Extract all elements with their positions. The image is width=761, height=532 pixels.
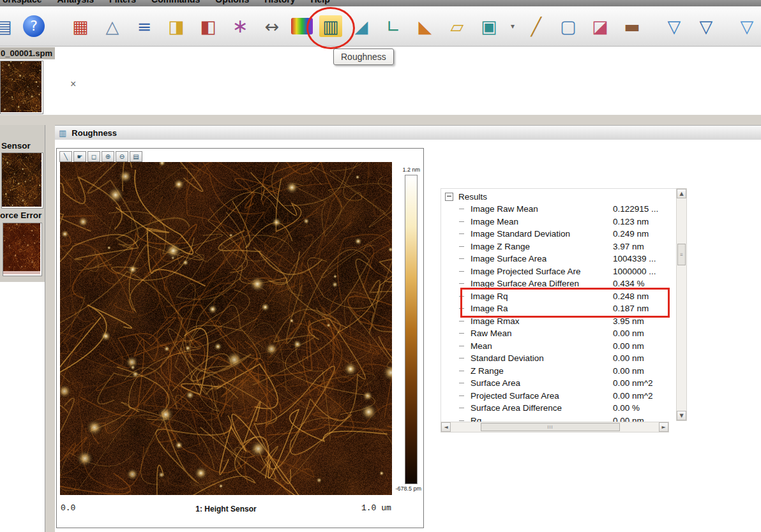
ramp-icon[interactable]: ◣ bbox=[412, 13, 438, 39]
result-row[interactable]: Image Raw Mean0.122915 ... bbox=[444, 203, 674, 216]
color-scale-bar bbox=[405, 175, 418, 484]
zoom-box-button[interactable]: ◻ bbox=[87, 151, 100, 162]
roughness-window-titlebar[interactable]: ▥ Roughness bbox=[55, 125, 761, 140]
channel-label: 1: Height Sensor bbox=[57, 505, 395, 514]
particle-analysis-icon[interactable]: ▦ bbox=[68, 13, 93, 39]
width-measure-icon[interactable]: ↔ bbox=[259, 13, 285, 39]
tree-branch-tick bbox=[459, 408, 464, 408]
afm-height-image[interactable] bbox=[60, 162, 392, 495]
erase-icon[interactable]: ◪ bbox=[587, 13, 613, 39]
result-row[interactable]: Image Projected Surface Are1000000 ... bbox=[444, 265, 674, 278]
toolbar: ▤?▦△≡◨◧∗↔▥◢∟◣▱▣▾╱▢◪▬▽▽▽▽ bbox=[0, 6, 761, 47]
layers-3d-icon[interactable]: ≡ bbox=[132, 13, 157, 39]
result-value: 0.00 nm^2 bbox=[613, 378, 653, 388]
result-row[interactable]: Image Standard Deviation0.249 nm bbox=[444, 228, 674, 240]
tree-branch-tick bbox=[459, 346, 464, 346]
sidebar-divider bbox=[45, 125, 45, 532]
thumbnail-height-sensor[interactable] bbox=[0, 61, 43, 114]
force-error-label: orce Error bbox=[0, 211, 41, 220]
result-value: 1000000 ... bbox=[613, 267, 656, 276]
menu-history[interactable]: History bbox=[264, 0, 295, 4]
toolbar-separator bbox=[51, 13, 68, 39]
result-row[interactable]: Standard Deviation0.00 nm bbox=[444, 352, 674, 365]
zoom-out-button[interactable]: ⊖ bbox=[116, 151, 128, 162]
result-label: Mean bbox=[471, 341, 492, 351]
tree-branch-tick bbox=[459, 233, 464, 234]
result-label: Image Ra bbox=[471, 304, 508, 313]
slope-icon[interactable]: ◢ bbox=[349, 13, 374, 39]
result-label: Raw Mean bbox=[471, 329, 512, 338]
result-row[interactable]: Projected Surface Area0.00 nm^2 bbox=[444, 390, 674, 403]
save-icon[interactable]: ▤ bbox=[0, 13, 17, 39]
ruler-flag-icon[interactable]: ◨ bbox=[163, 13, 189, 39]
result-row[interactable]: Surface Area0.00 nm^2 bbox=[444, 377, 674, 390]
result-row[interactable]: Image Surface Area1004339 ... bbox=[444, 253, 674, 265]
result-row[interactable]: Image Z Range3.97 nm bbox=[444, 240, 674, 253]
result-row[interactable]: Surface Area Difference0.00 % bbox=[444, 402, 674, 415]
filter-calc-icon[interactable]: ▽ bbox=[693, 13, 719, 39]
pan-button[interactable]: ☛ bbox=[73, 151, 86, 162]
result-row[interactable]: Image Rq0.248 nm bbox=[444, 290, 674, 303]
filter-b-icon[interactable]: ▽ bbox=[734, 13, 760, 39]
result-row[interactable]: Rq0.00 nm bbox=[444, 415, 674, 422]
horizontal-scroll-thumb[interactable]: III bbox=[481, 423, 620, 431]
tree-branch-tick bbox=[459, 371, 464, 371]
thumbnail-image bbox=[3, 223, 40, 274]
depth-icon[interactable]: ▣ bbox=[476, 13, 502, 39]
scroll-right-icon[interactable]: ► bbox=[659, 422, 668, 432]
spectrum-icon[interactable] bbox=[291, 18, 313, 34]
toolbar-overflow-icon[interactable]: ▾ bbox=[508, 13, 517, 39]
viewer-toolbar: ╲☛◻⊕⊖▤ bbox=[59, 151, 142, 162]
menu-help[interactable]: Help bbox=[310, 0, 329, 4]
application-window: orkspaceAnalysisFiltersCommandsOptionsHi… bbox=[0, 0, 761, 532]
crop-icon[interactable]: ▢ bbox=[555, 13, 581, 39]
scroll-left-icon[interactable]: ◄ bbox=[441, 422, 451, 432]
close-thumbnail-button[interactable]: × bbox=[70, 79, 76, 89]
tree-branch-tick bbox=[459, 420, 464, 421]
results-root-row[interactable]: Results bbox=[444, 190, 674, 203]
result-row[interactable]: Image Ra0.187 nm bbox=[444, 302, 674, 315]
thumbnail-force-error[interactable] bbox=[3, 223, 42, 276]
result-row[interactable]: Raw Mean0.00 nm bbox=[444, 327, 674, 340]
horizontal-scrollbar[interactable]: ◄ III ► bbox=[441, 422, 669, 432]
result-value: 0.00 nm bbox=[613, 341, 644, 351]
scroll-up-icon[interactable]: ▲ bbox=[677, 189, 686, 198]
ruler-icon[interactable]: ▱ bbox=[444, 13, 470, 39]
result-row[interactable]: Z Range0.00 nm bbox=[444, 365, 674, 378]
roller-icon[interactable]: ▬ bbox=[619, 13, 645, 39]
scroll-down-icon[interactable]: ▼ bbox=[677, 411, 686, 420]
tree-branch-tick bbox=[459, 308, 464, 309]
color-scale-min-label: -678.5 pm bbox=[395, 485, 421, 492]
menu-workspace[interactable]: orkspace bbox=[3, 0, 41, 4]
result-row[interactable]: Mean0.00 nm bbox=[444, 340, 674, 353]
menu-analysis[interactable]: Analysis bbox=[57, 0, 94, 4]
tree-branch-tick bbox=[459, 271, 464, 272]
zoom-in-button[interactable]: ⊕ bbox=[102, 151, 114, 162]
menu-options[interactable]: Options bbox=[215, 0, 249, 4]
help-icon[interactable]: ? bbox=[23, 15, 45, 37]
vertical-scrollbar[interactable]: ▲ ≡ ▼ bbox=[676, 188, 687, 421]
color-line-button[interactable]: ╲ bbox=[59, 151, 72, 162]
result-value: 3.97 nm bbox=[613, 242, 644, 251]
file-tab[interactable]: 0_00001.spm bbox=[0, 47, 55, 59]
roughness-icon[interactable]: ▥ bbox=[319, 15, 342, 37]
thumbnail-sensor[interactable] bbox=[1, 152, 43, 209]
cluster-icon[interactable]: ∗ bbox=[227, 13, 253, 39]
axes-3d-icon[interactable]: △ bbox=[100, 13, 125, 39]
clean-image-icon[interactable]: ╱ bbox=[524, 13, 549, 39]
menu-filters[interactable]: Filters bbox=[109, 0, 136, 4]
result-value: 1004339 ... bbox=[613, 254, 656, 263]
result-row[interactable]: Image Rmax3.95 nm bbox=[444, 315, 674, 328]
export-button[interactable]: ▤ bbox=[130, 151, 142, 162]
roughness-window-icon: ▥ bbox=[59, 128, 66, 138]
result-row[interactable]: Image Surface Area Differen0.434 % bbox=[444, 277, 674, 290]
vertical-scroll-thumb[interactable]: ≡ bbox=[677, 244, 686, 265]
result-row[interactable]: Image Mean0.123 nm bbox=[444, 216, 674, 228]
menu-commands[interactable]: Commands bbox=[151, 0, 200, 4]
image-compare-icon[interactable]: ◧ bbox=[195, 13, 221, 39]
filter-a-icon[interactable]: ▽ bbox=[661, 13, 687, 39]
collapse-icon[interactable] bbox=[445, 193, 453, 201]
result-label: Image Mean bbox=[471, 217, 518, 226]
step-icon[interactable]: ∟ bbox=[380, 13, 406, 39]
file-tab-label: 0_00001.spm bbox=[0, 47, 52, 59]
